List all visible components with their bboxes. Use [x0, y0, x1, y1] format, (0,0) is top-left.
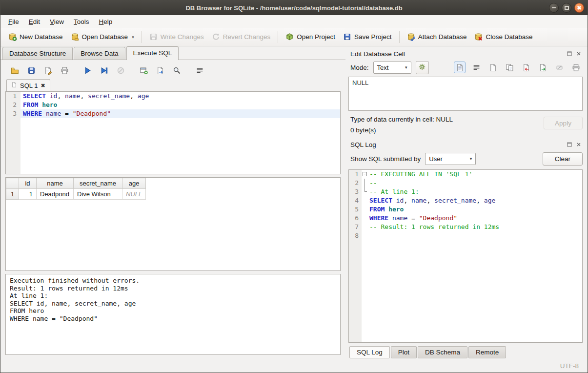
toolbar-button-label: New Database: [20, 33, 63, 41]
import-icon[interactable]: [520, 62, 532, 73]
float-panel-icon[interactable]: [566, 142, 572, 148]
write-changes-icon: [149, 33, 158, 41]
word-wrap-icon[interactable]: [194, 65, 205, 76]
open-project-button[interactable]: Open Project: [282, 30, 339, 43]
new-database-button[interactable]: New Database: [4, 30, 67, 43]
code-token: secret_name: [88, 92, 130, 100]
close-panel-icon[interactable]: [575, 142, 582, 148]
row-header-cell[interactable]: 1: [6, 189, 19, 200]
line-number: 7: [349, 223, 362, 231]
maximize-icon: [565, 6, 569, 10]
execute-current-line-icon[interactable]: [99, 65, 110, 76]
column-header-age[interactable]: age: [122, 178, 146, 189]
save-sql-as-icon[interactable]: [42, 65, 54, 76]
close-database-button[interactable]: Close Database: [470, 30, 536, 43]
execute-all-icon[interactable]: [82, 65, 93, 76]
text-mode-icon[interactable]: [454, 62, 466, 73]
edit-cell-title: Edit Database Cell: [350, 50, 566, 58]
table-cell[interactable]: NULL: [122, 189, 146, 200]
column-header-id[interactable]: id: [19, 178, 37, 189]
gear-icon: [418, 63, 426, 72]
line-number: 2: [349, 179, 362, 187]
dock-tab-plot[interactable]: Plot: [391, 346, 417, 358]
mode-select[interactable]: Text ▾: [373, 62, 411, 74]
cell-editor[interactable]: NULL: [348, 77, 583, 111]
menu-edit[interactable]: Edit: [24, 16, 45, 27]
close-button[interactable]: ✖: [574, 3, 584, 13]
line-number: 6: [349, 214, 362, 223]
tab-database-structure[interactable]: Database Structure: [2, 47, 73, 60]
dock-tab-bar: SQL LogPlotDB SchemaRemote: [348, 346, 583, 359]
code-token: id: [396, 197, 404, 204]
code-token: WHERE: [369, 214, 388, 222]
fold-marker[interactable]: -: [362, 170, 368, 179]
results-header-row: idnamesecret_nameage: [6, 178, 146, 189]
export-icon[interactable]: [537, 62, 548, 73]
open-database-button[interactable]: Open Database▾: [67, 30, 138, 43]
open-project-icon: [285, 33, 294, 41]
save-sql-file-icon[interactable]: [26, 65, 37, 76]
log-filter-select[interactable]: User ▾: [425, 153, 476, 165]
editor-line-text[interactable]: FROM hero: [20, 101, 340, 109]
dock-tab-sql-log[interactable]: SQL Log: [349, 346, 390, 358]
table-cell[interactable]: 1: [19, 189, 37, 200]
column-header-name[interactable]: name: [37, 178, 74, 189]
minimize-button[interactable]: [549, 3, 559, 13]
code-token: name: [411, 197, 426, 204]
dropdown-caret-icon[interactable]: ▾: [132, 35, 134, 40]
editor-line-text[interactable]: WHERE name = "Deadpond": [20, 109, 340, 118]
sql-log-view[interactable]: 1--- EXECUTING ALL IN 'SQL 1'2--3-- At l…: [348, 169, 583, 343]
apply-button[interactable]: Apply: [544, 117, 583, 129]
set-null-icon[interactable]: [553, 62, 565, 73]
attach-database-button[interactable]: Attach Database: [403, 30, 471, 43]
print-icon[interactable]: [59, 65, 70, 76]
save-project-button[interactable]: Save Project: [339, 30, 396, 43]
dock-tab-remote[interactable]: Remote: [468, 346, 506, 358]
close-tab-icon[interactable]: ✖: [41, 83, 45, 89]
corner-header-cell[interactable]: [6, 178, 19, 189]
print-icon[interactable]: [570, 62, 582, 73]
sql-editor[interactable]: 1SELECT id, name, secret_name, age2FROM …: [5, 91, 341, 174]
collapse-icon[interactable]: -: [363, 172, 367, 176]
tab-browse-data[interactable]: Browse Data: [74, 47, 125, 60]
gear-button[interactable]: [416, 61, 429, 74]
attach-database-icon: [407, 33, 415, 41]
code-token: -- EXECUTING ALL IN 'SQL 1': [369, 170, 472, 178]
log-line-text: -- Result: 1 rows returned in 12ms: [368, 223, 582, 231]
clear-button[interactable]: Clear: [543, 152, 583, 166]
tab-execute-sql[interactable]: Execute SQL: [126, 46, 179, 60]
column-header-secret-name[interactable]: secret_name: [74, 178, 122, 189]
menu-tools[interactable]: Tools: [69, 16, 94, 27]
toolbar-separator: [142, 31, 142, 43]
menu-help[interactable]: Help: [94, 16, 118, 27]
menu-view[interactable]: View: [45, 16, 69, 27]
code-token: age: [484, 197, 495, 204]
open-database-icon: [71, 33, 79, 41]
code-token: [46, 92, 50, 100]
toolbar-button-label: Open Project: [297, 33, 335, 41]
find-replace-icon[interactable]: [171, 65, 182, 76]
close-panel-icon[interactable]: [575, 51, 582, 57]
open-file-icon[interactable]: [487, 62, 499, 73]
export-results-icon[interactable]: [155, 65, 166, 76]
close-database-icon: [474, 33, 483, 41]
float-panel-icon[interactable]: [566, 51, 572, 57]
editor-line-text[interactable]: SELECT id, name, secret_name, age: [20, 92, 340, 101]
open-sql-file-icon[interactable]: [9, 65, 20, 76]
log-filter-value: User: [429, 155, 442, 163]
results-grid: idnamesecret_nameage 11DeadpondDive Wils…: [5, 177, 341, 271]
maximize-button[interactable]: [562, 3, 571, 13]
menu-file[interactable]: File: [3, 16, 24, 27]
fold-marker: [362, 179, 368, 187]
sql-tab[interactable]: SQL 1 ✖: [6, 79, 50, 91]
table-cell[interactable]: Dive Wilson: [74, 189, 122, 200]
copy-icon[interactable]: [504, 62, 515, 73]
dock-tab-db-schema[interactable]: DB Schema: [418, 346, 467, 358]
sql-log-title: SQL Log: [350, 141, 566, 148]
table-cell[interactable]: Deadpond: [37, 189, 74, 200]
toolbar-button-label: Attach Database: [418, 33, 467, 41]
log-line: 4SELECT id, name, secret_name, age: [349, 196, 582, 205]
code-token: SELECT: [23, 92, 46, 100]
new-tab-icon[interactable]: [138, 65, 149, 76]
word-wrap-icon[interactable]: [470, 62, 482, 73]
